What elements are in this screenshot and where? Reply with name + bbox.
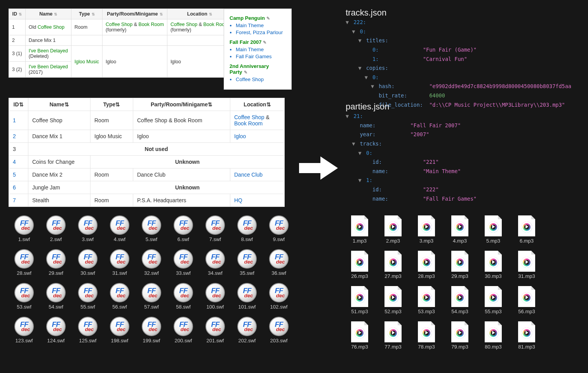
- file-item[interactable]: FFdec9.swf: [263, 215, 294, 242]
- file-item[interactable]: 28.mp3: [411, 251, 442, 279]
- file-item[interactable]: FFdec7.swf: [200, 215, 231, 242]
- file-item[interactable]: FFdec35.swf: [231, 249, 263, 276]
- file-item[interactable]: FFdec123.swf: [9, 317, 40, 344]
- link[interactable]: 1: [13, 117, 16, 123]
- file-item[interactable]: 76.mp3: [344, 321, 375, 350]
- triangle-icon[interactable]: ▼: [358, 149, 363, 158]
- triangle-icon[interactable]: ▼: [365, 73, 369, 82]
- link[interactable]: Igloo Music: [75, 59, 99, 64]
- col-header[interactable]: Type⇅: [90, 98, 133, 111]
- edit-icon[interactable]: ✎: [263, 40, 266, 45]
- file-item[interactable]: 31.mp3: [511, 251, 542, 279]
- link[interactable]: 4: [13, 159, 16, 165]
- file-item[interactable]: FFdec200.swf: [168, 317, 199, 344]
- file-item[interactable]: FFdec4.swf: [104, 215, 135, 242]
- file-item[interactable]: 6.mp3: [511, 215, 542, 244]
- file-item[interactable]: FFdec5.swf: [136, 215, 167, 242]
- triangle-icon[interactable]: ▼: [346, 112, 350, 121]
- file-item[interactable]: FFdec31.swf: [104, 249, 135, 276]
- col-header[interactable]: Name⇅: [25, 9, 71, 19]
- triangle-icon[interactable]: ▼: [358, 176, 363, 185]
- file-item[interactable]: 52.mp3: [378, 286, 409, 314]
- file-item[interactable]: FFdec202.swf: [231, 317, 263, 344]
- file-item[interactable]: 80.mp3: [478, 321, 509, 350]
- file-item[interactable]: 1.mp3: [344, 215, 375, 244]
- link[interactable]: Dance Club: [234, 172, 263, 178]
- nav-item[interactable]: Coffee Shop: [236, 76, 286, 82]
- link[interactable]: HQ: [234, 197, 242, 203]
- triangle-icon[interactable]: ▼: [358, 64, 363, 73]
- file-item[interactable]: 27.mp3: [378, 251, 409, 279]
- link[interactable]: 7: [13, 197, 16, 203]
- file-item[interactable]: FFdec28.swf: [9, 249, 40, 276]
- file-item[interactable]: 51.mp3: [344, 286, 375, 314]
- nav-heading[interactable]: Camp Penguin✎: [230, 15, 286, 21]
- file-item[interactable]: FFdec3.swf: [72, 215, 103, 242]
- file-item[interactable]: FFdec30.swf: [72, 249, 103, 276]
- triangle-icon[interactable]: ▼: [346, 18, 350, 27]
- file-item[interactable]: FFdec58.swf: [168, 283, 199, 310]
- file-item[interactable]: FFdec55.swf: [72, 283, 103, 310]
- file-item[interactable]: 79.mp3: [444, 321, 475, 350]
- link[interactable]: Book Room: [139, 22, 164, 27]
- link[interactable]: 5: [13, 172, 16, 178]
- col-header[interactable]: ID⇅: [9, 9, 26, 19]
- file-item[interactable]: 2.mp3: [378, 215, 409, 244]
- file-item[interactable]: 3.mp3: [411, 215, 442, 244]
- link[interactable]: Book Room: [234, 120, 263, 127]
- file-item[interactable]: 53.mp3: [411, 286, 442, 314]
- file-item[interactable]: FFdec8.swf: [231, 215, 263, 242]
- link[interactable]: Coffee Shop: [234, 114, 264, 120]
- nav-heading[interactable]: 2nd Anniversary Party✎: [230, 63, 286, 75]
- file-item[interactable]: 56.mp3: [511, 286, 542, 314]
- nav-item[interactable]: Forest, Pizza Parlour: [236, 29, 286, 35]
- file-item[interactable]: FFdec34.swf: [200, 249, 231, 276]
- file-item[interactable]: FFdec29.swf: [40, 249, 71, 276]
- file-item[interactable]: FFdec124.swf: [40, 317, 71, 344]
- nav-item[interactable]: Main Theme: [236, 23, 286, 28]
- file-item[interactable]: 29.mp3: [444, 251, 475, 279]
- link[interactable]: Coffee Shop: [38, 24, 64, 30]
- triangle-icon[interactable]: ▼: [352, 27, 357, 36]
- file-item[interactable]: FFdec101.swf: [231, 283, 263, 310]
- col-header[interactable]: Type⇅: [71, 9, 102, 19]
- triangle-icon[interactable]: ▼: [371, 82, 376, 91]
- nav-heading[interactable]: Fall Fair 2007✎: [230, 39, 286, 45]
- edit-icon[interactable]: ✎: [266, 16, 270, 21]
- nav-item[interactable]: Fall Fair Games: [236, 54, 286, 59]
- nav-item[interactable]: Main Theme: [236, 47, 286, 52]
- file-item[interactable]: FFdec36.swf: [263, 249, 294, 276]
- file-item[interactable]: FFdec198.swf: [104, 317, 135, 344]
- link[interactable]: I've Been Delayed: [29, 48, 68, 54]
- file-item[interactable]: FFdec203.swf: [263, 317, 294, 344]
- link[interactable]: I've Been Delayed: [29, 64, 68, 69]
- link[interactable]: 2: [13, 133, 16, 139]
- col-header[interactable]: Location⇅: [167, 9, 232, 19]
- file-item[interactable]: FFdec102.swf: [263, 283, 294, 310]
- file-item[interactable]: 26.mp3: [344, 251, 375, 279]
- file-item[interactable]: FFdec201.swf: [200, 317, 231, 344]
- file-item[interactable]: FFdec32.swf: [136, 249, 167, 276]
- edit-icon[interactable]: ✎: [244, 70, 247, 75]
- file-item[interactable]: FFdec53.swf: [9, 283, 40, 310]
- file-item[interactable]: 78.mp3: [411, 321, 442, 350]
- col-header[interactable]: Name⇅: [28, 98, 90, 111]
- col-header[interactable]: Party/Room/Minigame⇅: [103, 9, 167, 19]
- file-item[interactable]: 5.mp3: [478, 215, 509, 244]
- file-item[interactable]: FFdec2.swf: [40, 215, 71, 242]
- triangle-icon[interactable]: ▼: [358, 36, 363, 45]
- link[interactable]: Igloo: [234, 133, 246, 139]
- file-item[interactable]: 77.mp3: [378, 321, 409, 350]
- link[interactable]: 6: [13, 184, 16, 191]
- file-item[interactable]: FFdec199.swf: [136, 317, 167, 344]
- link[interactable]: Coffee Shop: [106, 22, 132, 27]
- triangle-icon[interactable]: ▼: [352, 139, 357, 149]
- file-item[interactable]: FFdec54.swf: [40, 283, 71, 310]
- link[interactable]: Coffee Shop: [170, 22, 197, 27]
- file-item[interactable]: FFdec33.swf: [168, 249, 199, 276]
- file-item[interactable]: 54.mp3: [444, 286, 475, 314]
- file-item[interactable]: 55.mp3: [478, 286, 509, 314]
- file-item[interactable]: FFdec125.swf: [72, 317, 103, 344]
- col-header[interactable]: Party/Room/Minigame⇅: [133, 98, 230, 111]
- file-item[interactable]: FFdec56.swf: [104, 283, 135, 310]
